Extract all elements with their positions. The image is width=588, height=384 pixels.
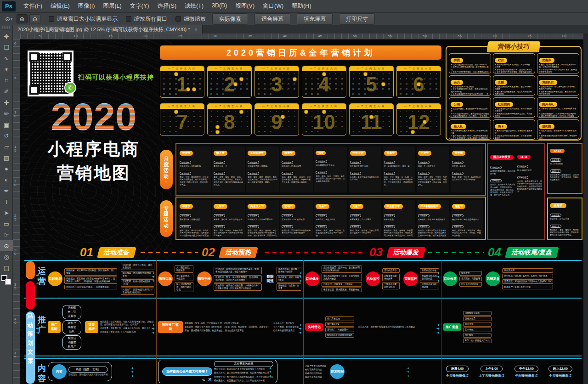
lane-cell: 凌晨4:00全天曝光最低点上午8:00上半天曝光最高点中午12:00午间曝光最高… [443,360,581,383]
zoom-tool[interactable]: ⊙ [0,240,13,251]
menu-item[interactable]: 视图(V) [231,0,259,12]
calendar-day: 3 [316,73,320,75]
calendar-day: 12 [422,78,427,80]
option-button[interactable]: 打印尺寸 [339,13,375,25]
mindmap-item: 活动全面放量，提升转化：整点秒杀/限时折扣/满减/包邮 [322,265,362,273]
mindmap-item: 老客户唤醒促活跃 [62,320,81,334]
calendar-day: 27 [239,88,243,90]
color-swatches[interactable] [0,274,13,286]
option-checkbox[interactable]: 调整窗口大小以满屏显示 [49,15,118,23]
calendar-day: 11 [227,116,232,118]
calendar-day: 30 [357,131,362,133]
calendar-day: 15 [209,121,214,123]
calendar-day: 17 [410,83,415,85]
eraser-tool[interactable]: ▱ [0,141,13,152]
menu-item[interactable]: 窗口(W) [259,0,288,12]
checkbox-icon[interactable] [126,16,131,22]
menu-item[interactable]: 文字(Y) [126,0,153,12]
marquee-tool[interactable]: ☐ [0,42,13,53]
menu-item[interactable]: 选择(S) [153,0,181,12]
calendar-day: 24 [221,88,226,90]
mindmap-item: 活动玩法：玩法/会场/利益点 → 形成整体规划 [64,285,117,289]
background-color-swatch[interactable] [5,279,11,285]
calendar-day: 26 [422,126,427,128]
option-button[interactable]: 适合屏幕 [254,13,290,25]
menu-item[interactable]: 滤镜(T) [181,0,208,12]
magic-wand-tool[interactable]: ✶ [0,64,13,75]
path-select-tool[interactable]: ➤ [0,207,13,218]
screen-mode-tool[interactable]: ▤ [0,262,13,273]
menu-item[interactable]: 帮助(H) [288,0,315,12]
calendar-day: 20 [192,121,196,123]
palette-grip[interactable] [2,26,11,30]
highlight-date-dot [174,110,178,114]
calendar-day: 26 [233,126,237,128]
highlight-date-dot [423,120,427,124]
move-tool[interactable]: ✥ [0,31,13,42]
industry-key: 推荐行业 [452,172,464,175]
calendar-day: 25 [416,88,421,90]
theme-key: 活动主题 [180,214,191,217]
option-checkbox[interactable]: 细微缩放 [175,15,206,23]
calendar-day: 17 [363,83,368,85]
calendar-month: 一二三四五六日312345678910111213141516171819202… [254,66,299,98]
gradient-tool[interactable]: ▨ [0,152,13,163]
checkbox-icon[interactable] [175,16,181,22]
checkbox-icon[interactable] [49,16,54,22]
quick-mask-tool[interactable]: ◎ [0,251,13,262]
brush-tool[interactable]: ✏ [0,108,13,119]
option-button[interactable]: 实际像素 [212,13,248,25]
crop-tool[interactable]: ⌗ [0,75,13,86]
document-tab[interactable]: 2020小程序电商营销地图.jpg @ 12.5% (扫码可以获得小程序扶持, … [13,25,203,34]
menu-item[interactable]: 图像(I) [74,0,99,12]
calendar-day: 26 [186,126,190,128]
healing-brush-tool[interactable]: ✚ [0,97,13,108]
theme-key: 活动主题 [418,161,430,164]
option-checkbox[interactable]: 缩放所有窗口 [126,15,167,23]
calendar-day: 6 [286,73,291,75]
highlight-date-dot [215,125,220,129]
timeline-caption: 午间曝光最高点 [515,373,537,378]
calendar-day: 13 [381,116,385,118]
pen-tool[interactable]: ✒ [0,185,13,196]
menu-item[interactable]: 图层(L) [99,0,125,12]
lane-cell: 预热推广/蓄能新客获取：裂变+福利，不定期输出干货；计划性分销拓展老客获取：唤醒… [158,299,301,355]
clone-stamp-tool[interactable]: ▣ [0,119,13,130]
festival-name: 夏凉节 [384,151,397,156]
close-icon[interactable]: × [194,27,197,32]
hand-tool[interactable]: ☞ [0,229,13,240]
calendar-day: 2 [262,111,267,113]
industry-key: 适用行业 [517,176,529,179]
calendar-day: 19 [280,121,285,123]
shape-tool[interactable]: ▭ [0,218,13,229]
dodge-tool[interactable]: ◐ [0,174,13,185]
mindmap-item: 活动商品库存 [382,268,400,273]
calendar-day: 28 [198,126,202,128]
calendar-day: 12 [186,116,190,118]
document-canvas[interactable]: ✆ 扫码可以获得小程序扶持 2020 小程序电商 营销地图 2020营销日历&全… [20,40,583,384]
calendar-day: 15 [162,121,166,123]
menu-item[interactable]: 文件(F) [19,0,46,12]
menu-item[interactable]: 编辑(E) [46,0,74,12]
eyedropper-tool[interactable]: ✐ [0,86,13,97]
festival-name: 毕业狂欢季 [384,204,403,209]
calendar-day: 25 [369,126,373,128]
type-tool[interactable]: T [0,196,13,207]
festival-industry: 全品类，对标815可重点学生暑假承接递延618波段，购买任意商品立减300元优惠… [418,229,448,237]
menu-item[interactable]: 3D(D) [208,0,231,12]
calendar-day: 19 [186,121,190,123]
lasso-tool[interactable]: ∿ [0,53,13,64]
calendar-day: 1 [304,73,308,75]
blur-tool[interactable]: ● [0,163,13,174]
zoom-out-button[interactable]: ⊖ [29,14,40,23]
zoom-in-button[interactable]: ⊕ [17,14,28,23]
option-button[interactable]: 填充屏幕 [297,13,333,25]
calendar-day: 27 [334,88,338,90]
calendar-day: 24 [268,126,273,128]
festival-industry: 食品、美妆、服饰、旅游等，可结合踏青场景售卖食品，提醒用户将户外装备、防晒等加入… [282,176,311,184]
history-brush-tool[interactable]: ↺ [0,130,13,141]
calendar-day: 9 [404,116,409,118]
calendar-day: 26 [280,126,285,128]
calendar-day: 28 [245,88,249,90]
calendar-day: 28 [245,126,249,128]
